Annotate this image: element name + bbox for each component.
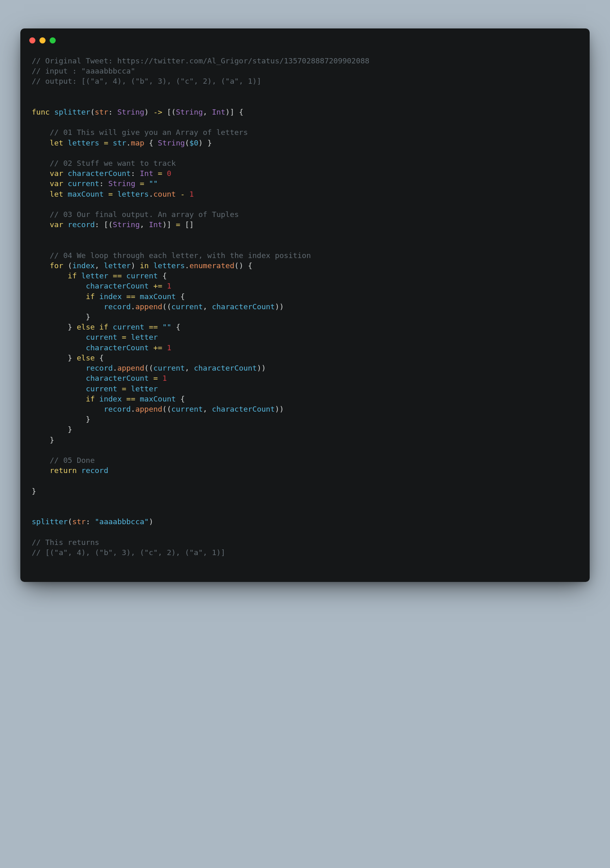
code-funcname: splitter	[54, 108, 90, 116]
window-titlebar	[20, 28, 590, 48]
close-icon[interactable]	[29, 37, 35, 43]
code-type: String	[117, 108, 144, 116]
code-comment: // Original Tweet: https://twitter.com/A…	[32, 56, 369, 65]
code-comment: // 03 Our final output. An array of Tupl…	[50, 210, 239, 219]
code-comment: // output: [("a", 4), ("b", 3), ("c", 2)…	[32, 77, 261, 85]
code-comment: // input : "aaaabbbcca"	[32, 67, 135, 75]
code-comment: // 04 We loop through each letter, with …	[50, 251, 311, 260]
minimize-icon[interactable]	[39, 37, 46, 43]
zoom-icon[interactable]	[50, 37, 56, 43]
code-comment: // This returns	[32, 538, 99, 547]
code-body: // Original Tweet: https://twitter.com/A…	[20, 48, 590, 570]
code-param: str	[95, 108, 108, 116]
code-comment: // 05 Done	[50, 456, 95, 464]
code-keyword: func	[32, 108, 50, 116]
code-window: // Original Tweet: https://twitter.com/A…	[20, 28, 590, 582]
code-comment: // 01 This will give you an Array of let…	[50, 128, 248, 137]
code-comment: // 02 Stuff we want to track	[50, 159, 176, 167]
code-comment: // [("a", 4), ("b", 3), ("c", 2), ("a", …	[32, 548, 225, 557]
